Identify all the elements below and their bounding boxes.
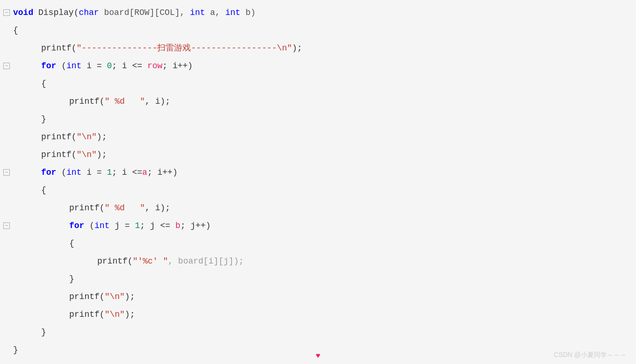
token: b) [240, 8, 255, 17]
code-tokens: for (int i = 1; i <=a; i++) [13, 164, 636, 181]
code-tokens: } [13, 110, 636, 128]
code-line: printf("'%c' ", board[i][j]); [0, 252, 636, 270]
token: void [13, 8, 33, 17]
token: int [190, 8, 205, 17]
token: ; i <= [112, 61, 147, 71]
token: a [142, 168, 147, 177]
token: for [41, 61, 56, 71]
code-tokens: } [13, 323, 636, 341]
token: printf( [69, 292, 105, 301]
code-tokens: for (int i = 0; i <= row; i++) [13, 57, 636, 75]
token: } [69, 274, 74, 284]
token: int [66, 168, 81, 177]
code-line: { [0, 235, 636, 252]
code-tokens: for (int j = 1; j <= b; j++) [13, 217, 636, 235]
token: i = [81, 168, 107, 177]
token: ; i++) [147, 168, 178, 177]
token: " %d " [105, 203, 145, 213]
token: ; i++) [162, 61, 193, 71]
code-line: } [0, 110, 636, 128]
token: row [147, 61, 162, 71]
code-tokens: printf(" %d ", i); [13, 93, 636, 110]
token: "\n" [77, 132, 97, 142]
token: ( [56, 168, 66, 177]
token: j = [109, 221, 135, 230]
code-tokens: { [13, 21, 636, 39]
code-tokens: printf("\n"); [13, 146, 636, 164]
code-tokens: void Display(char board[ROW][COL], int a… [13, 4, 636, 21]
token: ); [292, 43, 303, 53]
collapse-icon[interactable]: − [3, 222, 10, 229]
heart-icon: ♥ [316, 352, 320, 360]
code-tokens: printf("'%c' ", board[i][j]); [13, 252, 636, 270]
token: Display( [33, 8, 79, 17]
token: { [13, 26, 18, 35]
token: 0 [107, 61, 112, 71]
code-tokens: printf("\n"); [13, 128, 636, 146]
token: ); [125, 292, 135, 301]
token: printf( [41, 132, 77, 142]
code-tokens: printf("\n"); [13, 306, 636, 323]
code-line: printf(" %d ", i); [0, 199, 636, 217]
token: ); [125, 310, 135, 319]
token: 1 [107, 168, 112, 177]
code-line: { [0, 21, 636, 39]
token: printf( [41, 43, 77, 53]
token: , i); [145, 203, 170, 213]
token: printf( [69, 310, 105, 319]
token: ( [84, 221, 94, 230]
token: ); [97, 150, 107, 159]
collapse-icon[interactable]: − [3, 9, 10, 16]
code-tokens: } [13, 270, 636, 288]
token: " %d " [105, 97, 145, 106]
watermark: CSDN @小夏同学～～～ [554, 351, 627, 359]
token: int [225, 8, 240, 17]
code-tokens: printf(" %d ", i); [13, 199, 636, 217]
token: } [13, 345, 18, 355]
code-tokens: } [13, 341, 636, 359]
code-line: −for (int i = 1; i <=a; i++) [0, 164, 636, 181]
token: { [41, 79, 46, 88]
token: { [69, 239, 74, 248]
token: i = [81, 61, 107, 71]
token: ( [56, 61, 66, 71]
code-line: } [0, 323, 636, 341]
code-line: printf(" %d ", i); [0, 93, 636, 110]
code-line: printf("\n"); [0, 306, 636, 323]
token: for [41, 168, 56, 177]
code-line: printf("\n"); [0, 128, 636, 146]
code-line: −void Display(char board[ROW][COL], int … [0, 4, 636, 21]
code-tokens: printf("---------------扫雷游戏-------------… [13, 39, 636, 57]
token: a, [205, 8, 225, 17]
code-tokens: { [13, 181, 636, 199]
token: int [94, 221, 109, 230]
code-line: { [0, 181, 636, 199]
token: ; j++) [181, 221, 211, 230]
token: ); [97, 132, 107, 142]
token: "---------------扫雷游戏-----------------\n" [77, 43, 292, 53]
token: "\n" [105, 310, 125, 319]
token: , board[i][j]); [168, 257, 244, 266]
code-line: printf("\n"); [0, 288, 636, 306]
code-line: printf("\n"); [0, 146, 636, 164]
token: printf( [97, 257, 133, 266]
collapse-icon[interactable]: − [3, 169, 10, 176]
token: } [41, 114, 46, 124]
code-line: −for (int i = 0; i <= row; i++) [0, 57, 636, 75]
token: printf( [69, 97, 105, 106]
token: "\n" [105, 292, 125, 301]
token: "'%c' " [133, 257, 168, 266]
code-editor: −void Display(char board[ROW][COL], int … [0, 0, 636, 364]
token: ; i <= [112, 168, 142, 177]
token: printf( [41, 150, 77, 159]
token: , i); [145, 97, 170, 106]
token: b [175, 221, 181, 230]
token: for [69, 221, 84, 230]
code-tokens: { [13, 235, 636, 252]
token: board[ROW][COL], [99, 8, 190, 17]
token: printf( [69, 203, 105, 213]
token: { [41, 186, 46, 195]
code-line: { [0, 75, 636, 93]
collapse-icon[interactable]: − [3, 63, 10, 69]
token: char [79, 8, 99, 17]
